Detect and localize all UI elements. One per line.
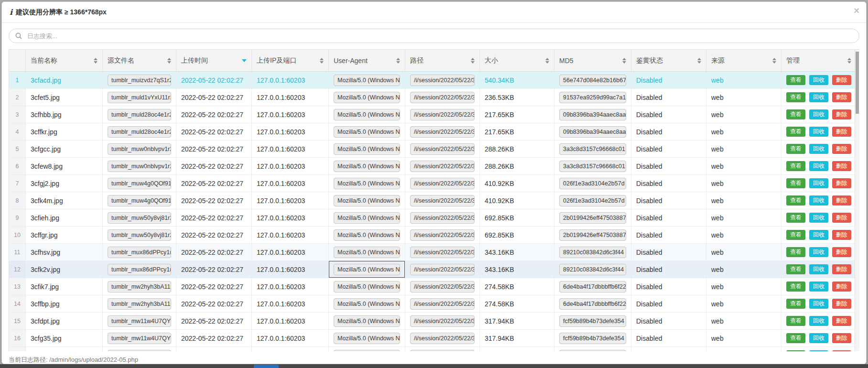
delete-button[interactable]: 删除	[832, 109, 851, 120]
user-agent-pill[interactable]: Mozilla/5.0 (Windows N	[334, 195, 400, 206]
column-header-10[interactable]: 来源	[706, 50, 781, 72]
view-button[interactable]: 查看	[786, 247, 805, 258]
delete-button[interactable]: 删除	[832, 92, 851, 103]
view-button[interactable]: 查看	[786, 299, 805, 309]
path-pill[interactable]: /i/session/2022/05/22/3	[410, 281, 475, 292]
source-file-pill[interactable]: tumblr_mw11w4U7QY1	[108, 315, 171, 327]
delete-button[interactable]: 删除	[832, 316, 851, 326]
md5-pill[interactable]: 6de4ba4f17dbbbffb6f22	[559, 281, 626, 292]
delete-button[interactable]: 删除	[832, 247, 851, 258]
recycle-button[interactable]: 回收	[809, 333, 828, 344]
path-pill[interactable]: /i/session/2022/05/22/3	[410, 161, 475, 172]
user-agent-pill[interactable]: Mozilla/5.0 (Windows N	[334, 333, 400, 344]
md5-pill[interactable]	[559, 350, 626, 352]
source-file-pill[interactable]: tumblr_mw2hyh3bA11r	[108, 281, 171, 292]
md5-pill[interactable]: fcf59b89b4b73defe354	[559, 315, 626, 327]
source-file-pill[interactable]: tumblr_muw50y8vj81r2	[108, 229, 171, 241]
path-pill[interactable]: /i/session/2022/05/22/3	[410, 212, 475, 224]
md5-pill[interactable]: 026f1e3ad3104e2b57d	[559, 195, 626, 206]
column-header-6[interactable]: 路径	[405, 50, 480, 72]
view-button[interactable]: 查看	[786, 350, 805, 351]
source-file-pill[interactable]	[108, 350, 171, 352]
path-pill[interactable]: /i/session/2022/05/22/3	[410, 315, 475, 327]
view-button[interactable]: 查看	[786, 161, 805, 172]
delete-button[interactable]: 删除	[832, 299, 851, 309]
recycle-button[interactable]: 回收	[809, 350, 828, 351]
view-button[interactable]: 查看	[786, 127, 805, 137]
path-pill[interactable]: /i/session/2022/05/22/3	[410, 92, 475, 103]
user-agent-pill[interactable]: Mozilla/5.0 (Windows N	[334, 229, 400, 241]
view-button[interactable]: 查看	[786, 281, 805, 292]
delete-button[interactable]: 删除	[832, 195, 851, 206]
md5-pill[interactable]: 56e747d084e82b16b67	[559, 75, 626, 86]
search-input[interactable]	[26, 32, 853, 40]
source-file-pill[interactable]: tumblr_muw0nblvpv1r2	[108, 161, 171, 172]
delete-button[interactable]: 删除	[832, 333, 851, 344]
source-file-pill[interactable]: tumblr_mw2hyh3bA11r	[108, 298, 171, 310]
source-file-pill[interactable]: tumblr_muw4g0QOf91r	[108, 195, 171, 206]
view-button[interactable]: 查看	[786, 213, 805, 223]
column-header-3[interactable]: 上传时间	[176, 50, 252, 72]
user-agent-pill[interactable]: Mozilla/5.0 (Windows N	[334, 264, 400, 275]
recycle-button[interactable]: 回收	[809, 178, 828, 189]
path-pill[interactable]: /i/session/2022/05/22/3	[410, 247, 475, 258]
source-file-pill[interactable]: tumblr_muld1vYxU11r2	[108, 92, 171, 103]
user-agent-pill[interactable]: Mozilla/5.0 (Windows N	[334, 315, 400, 327]
vertical-scrollbar[interactable]	[855, 50, 859, 351]
recycle-button[interactable]: 回收	[809, 316, 828, 326]
recycle-button[interactable]: 回收	[809, 281, 828, 292]
user-agent-pill[interactable]: Mozilla/5.0 (Windows N	[334, 298, 400, 310]
path-pill[interactable]: /i/session/2022/05/22/3	[410, 264, 475, 275]
view-button[interactable]: 查看	[786, 75, 805, 86]
recycle-button[interactable]: 回收	[809, 92, 828, 103]
md5-pill[interactable]: 89210c083842d6c3f44	[559, 247, 626, 258]
md5-pill[interactable]: 6de4ba4f17dbbbffb6f22	[559, 298, 626, 310]
source-file-pill[interactable]: tumblr_mux86dPPcy1r2	[108, 247, 171, 258]
source-file-pill[interactable]: tumblr_muw0nblvpv1r2	[108, 143, 171, 155]
user-agent-pill[interactable]: Mozilla/5.0 (Windows N	[334, 178, 400, 189]
user-agent-pill[interactable]	[334, 350, 400, 352]
user-agent-pill[interactable]: Mozilla/5.0 (Windows N	[334, 247, 400, 258]
recycle-button[interactable]: 回收	[809, 144, 828, 154]
view-button[interactable]: 查看	[786, 230, 805, 240]
view-button[interactable]: 查看	[786, 195, 805, 206]
source-file-pill[interactable]: tumblr_mux86dPPcy1r2	[108, 264, 171, 275]
recycle-button[interactable]: 回收	[809, 264, 828, 275]
user-agent-pill[interactable]: Mozilla/5.0 (Windows N	[334, 92, 400, 103]
path-pill[interactable]: /i/session/2022/05/22/3	[410, 298, 475, 310]
path-pill[interactable]: /i/session/2022/05/22/3	[410, 143, 475, 155]
delete-button[interactable]: 删除	[832, 178, 851, 189]
path-pill[interactable]: /i/session/2022/05/22/3	[410, 195, 475, 206]
delete-button[interactable]: 删除	[832, 161, 851, 172]
source-file-pill[interactable]: tumblr_muld28oc4e1r2	[108, 109, 171, 120]
delete-button[interactable]: 删除	[832, 213, 851, 223]
delete-button[interactable]: 删除	[832, 127, 851, 137]
md5-pill[interactable]: 89210c083842d6c3f44	[559, 264, 626, 275]
recycle-button[interactable]: 回收	[809, 230, 828, 240]
recycle-button[interactable]: 回收	[809, 247, 828, 258]
view-button[interactable]: 查看	[786, 92, 805, 103]
md5-pill[interactable]: fcf59b89b4b73defe354	[559, 333, 626, 344]
partial-hidden-button[interactable]	[254, 365, 279, 368]
column-header-2[interactable]: 源文件名	[103, 50, 176, 72]
view-button[interactable]: 查看	[786, 316, 805, 326]
md5-pill[interactable]: 09b8396ba394aaec8aa	[559, 109, 626, 120]
user-agent-pill[interactable]: Mozilla/5.0 (Windows N	[334, 126, 400, 138]
log-search-box[interactable]	[9, 29, 859, 43]
delete-button[interactable]: 删除	[832, 230, 851, 240]
column-header-7[interactable]: 大小	[480, 50, 554, 72]
column-header-1[interactable]: 当前名称	[26, 50, 103, 72]
md5-pill[interactable]: 026f1e3ad3104e2b57d	[559, 178, 626, 189]
view-button[interactable]: 查看	[786, 178, 805, 189]
md5-pill[interactable]: 91537ea9259d99ac7a1	[559, 92, 626, 103]
recycle-button[interactable]: 回收	[809, 299, 828, 309]
path-pill[interactable]: /i/session/2022/05/22/3	[410, 178, 475, 189]
path-pill[interactable]: /i/session/2022/05/22/3	[410, 126, 475, 138]
delete-button[interactable]: 删除	[832, 264, 851, 275]
path-pill[interactable]: /i/session/2022/05/22/3	[410, 75, 475, 86]
delete-button[interactable]: 删除	[832, 75, 851, 86]
source-file-pill[interactable]: tumblr_muw50y8vj81r2	[108, 212, 171, 224]
user-agent-pill[interactable]: Mozilla/5.0 (Windows N	[334, 109, 400, 120]
view-button[interactable]: 查看	[786, 109, 805, 120]
close-icon[interactable]: ×	[854, 6, 859, 15]
